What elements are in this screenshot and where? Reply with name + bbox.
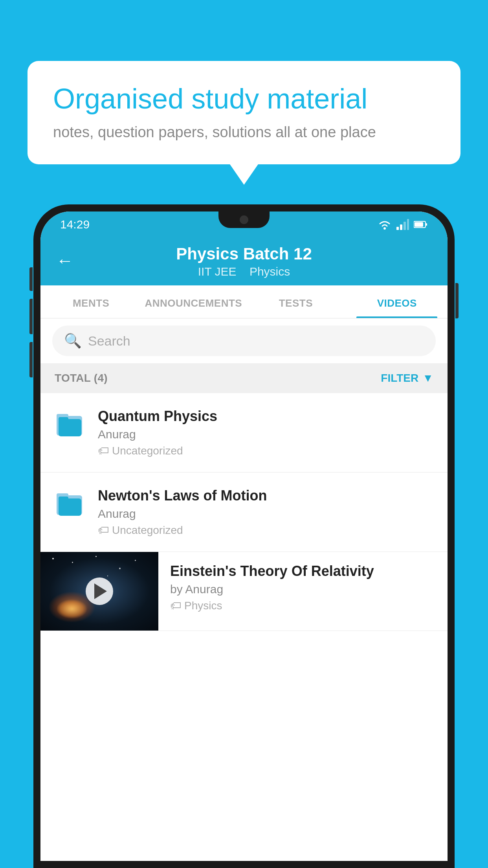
folder-icon [55, 487, 86, 520]
filter-funnel-icon: ▼ [422, 372, 433, 384]
speech-bubble-section: Organised study material notes, question… [28, 61, 460, 164]
wifi-icon [378, 219, 392, 230]
item-tag: 🏷 Physics [170, 599, 436, 612]
svg-point-0 [383, 227, 386, 230]
phone-screen: 14:29 [40, 211, 448, 861]
status-time: 14:29 [60, 218, 90, 231]
svg-rect-4 [407, 219, 409, 230]
item-tag: 🏷 Uncategorized [98, 524, 433, 537]
item-title: Einstein's Theory Of Relativity [170, 563, 436, 579]
phone-frame: 14:29 [33, 204, 455, 868]
header-title: Physics Batch 12 [56, 245, 432, 263]
status-icons [378, 219, 428, 230]
item-author: Anurag [98, 428, 433, 441]
phone-inner: 14:29 [40, 211, 448, 861]
bubble-title: Organised study material [53, 83, 435, 115]
item-title: Newton's Laws of Motion [98, 487, 433, 504]
tab-videos[interactable]: VIDEOS [347, 285, 448, 318]
svg-rect-1 [396, 227, 399, 230]
item-title: Quantum Physics [98, 408, 433, 425]
header-subtitle-iitjee: IIT JEE [198, 265, 237, 278]
item-author: by Anurag [170, 583, 436, 596]
folder-icon [55, 408, 86, 441]
list-item[interactable]: Newton's Laws of Motion Anurag 🏷 Uncateg… [40, 473, 448, 552]
back-button[interactable]: ← [56, 251, 73, 270]
list-item[interactable]: Einstein's Theory Of Relativity by Anura… [40, 552, 448, 631]
search-icon: 🔍 [64, 333, 82, 349]
video-list: Quantum Physics Anurag 🏷 Uncategorized [40, 393, 448, 861]
screen-content: 14:29 [40, 211, 448, 861]
tab-tests[interactable]: TESTS [245, 285, 346, 318]
tag-icon: 🏷 [98, 524, 109, 537]
header-subtitle-physics: Physics [250, 265, 290, 278]
item-info: Newton's Laws of Motion Anurag 🏷 Uncateg… [98, 487, 433, 537]
play-button[interactable] [86, 577, 113, 605]
header-subtitle: IIT JEE Physics [56, 265, 432, 278]
video-thumbnail [40, 552, 158, 631]
search-box[interactable]: 🔍 Search [52, 326, 436, 356]
tabs-bar: MENTS ANNOUNCEMENTS TESTS VIDEOS [40, 285, 448, 318]
battery-icon [414, 221, 428, 228]
phone-notch [218, 211, 270, 228]
filter-label: FILTER [381, 372, 418, 384]
filter-bar: TOTAL (4) FILTER ▼ [40, 363, 448, 393]
tag-icon: 🏷 [98, 444, 109, 457]
item-tag: 🏷 Uncategorized [98, 444, 433, 457]
svg-rect-2 [400, 224, 402, 230]
total-count: TOTAL (4) [55, 372, 108, 384]
list-item[interactable]: Quantum Physics Anurag 🏷 Uncategorized [40, 393, 448, 473]
speech-bubble: Organised study material notes, question… [28, 61, 460, 164]
svg-rect-7 [415, 222, 423, 227]
svg-rect-11 [59, 417, 68, 422]
tab-ments[interactable]: MENTS [40, 285, 141, 318]
tab-announcements[interactable]: ANNOUNCEMENTS [141, 285, 245, 318]
thumb-background [40, 552, 158, 631]
app-header: ← Physics Batch 12 IIT JEE Physics [40, 236, 448, 285]
bubble-subtitle: notes, question papers, solutions all at… [53, 124, 435, 141]
search-container: 🔍 Search [40, 318, 448, 363]
tag-icon: 🏷 [170, 599, 181, 612]
item-info: Quantum Physics Anurag 🏷 Uncategorized [98, 408, 433, 457]
svg-rect-15 [59, 497, 68, 501]
search-placeholder: Search [88, 333, 130, 349]
item-author: Anurag [98, 507, 433, 520]
volume-down-button [29, 342, 33, 377]
front-camera [240, 215, 248, 224]
volume-up-button [29, 299, 33, 334]
item-info: Einstein's Theory Of Relativity by Anura… [158, 552, 448, 623]
filter-button[interactable]: FILTER ▼ [381, 372, 433, 384]
play-triangle-icon [94, 583, 107, 599]
svg-rect-3 [404, 222, 406, 230]
signal-icon [396, 219, 409, 230]
volume-silent-button [29, 267, 33, 291]
power-button [455, 283, 459, 318]
svg-rect-6 [426, 223, 427, 226]
